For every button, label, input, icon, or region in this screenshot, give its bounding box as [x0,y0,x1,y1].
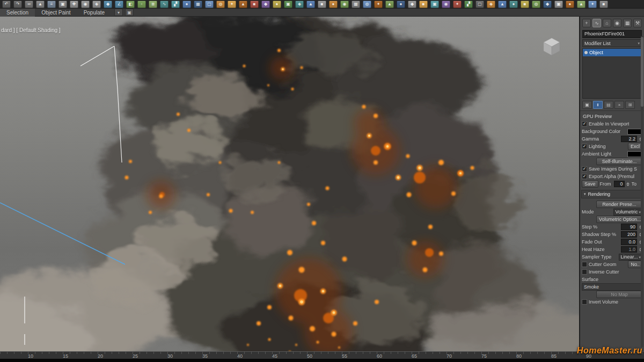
ribbon-icon[interactable]: ✦ [228,1,236,8]
timeline-ruler[interactable]: 1015202530354045505560657075808590 [0,351,644,359]
select-and-move-icon[interactable]: ✚ [70,1,78,8]
checkbox[interactable] [582,269,587,275]
ribbon-icon[interactable]: ● [509,1,518,8]
utilities-tab-icon[interactable]: ⚒ [633,19,642,27]
param-button[interactable]: Volumetric Option... [596,216,642,223]
ribbon-icon[interactable]: ✦ [453,1,462,8]
value-field[interactable]: 0 [614,181,625,187]
ribbon-tab-populate[interactable]: Populate [77,9,111,17]
value-field[interactable]: 200 [621,231,637,238]
ribbon-icon[interactable]: ● [329,1,338,8]
ribbon-icon[interactable]: ▦ [352,1,360,8]
snap-toggle-icon[interactable]: ◆ [104,1,112,8]
ribbon-tab-selection[interactable]: Selection [0,9,35,17]
ribbon-icon[interactable]: ◆ [543,1,552,8]
ribbon-icon[interactable]: ✦ [374,1,383,8]
ribbon-icon[interactable]: ▞ [464,1,473,8]
modifier-list-dropdown[interactable]: Modifier List ▾ [582,39,642,47]
align-icon[interactable]: ▫ [137,1,146,8]
ribbon-icon[interactable]: ▲ [577,1,586,8]
hierarchy-tab-icon[interactable]: ⌂ [603,19,611,27]
show-end-result-button[interactable]: ‖ [593,101,603,109]
ribbon-icon[interactable]: ■ [419,1,428,8]
rendered-frame-icon[interactable]: ▢ [205,1,214,8]
curve-editor-icon[interactable]: ∿ [160,1,169,8]
ribbon-panel-icon[interactable]: ▣ [125,9,134,16]
checkbox[interactable] [582,299,587,305]
select-by-name-icon[interactable]: ≡ [47,1,56,8]
color-swatch[interactable] [627,151,642,157]
ribbon-icon[interactable]: ▣ [284,1,292,8]
param-button[interactable]: Excl [628,143,642,150]
ribbon-icon[interactable]: ▲ [306,1,315,8]
schematic-view-icon[interactable]: ▞ [171,1,180,8]
panel-scrollbar-thumb[interactable] [641,37,643,107]
undo-icon[interactable]: ↶ [2,1,11,8]
select-and-rotate-icon[interactable]: ◉ [81,1,90,8]
checkbox[interactable] [582,262,587,267]
ribbon-icon[interactable]: ◆ [408,1,416,8]
create-tab-icon[interactable]: + [582,19,591,27]
spinner[interactable] [626,181,630,187]
checkbox[interactable]: ✓ [582,121,587,127]
pin-stack-button[interactable]: ▣ [582,101,592,109]
ribbon-icon[interactable]: ◉ [442,1,450,8]
ribbon-icon[interactable]: ▢ [475,1,484,8]
angle-snap-icon[interactable]: ∠ [115,1,123,8]
modifier-stack[interactable]: Object [582,48,642,99]
display-tab-icon[interactable]: ▦ [623,19,632,27]
value-field[interactable]: 2.2 [621,136,637,142]
ribbon-icon[interactable]: ✦ [588,1,597,8]
select-link-icon[interactable]: ∞ [25,1,33,8]
ribbon-icon[interactable]: ▣ [430,1,439,8]
stack-item-object[interactable]: Object [583,49,641,56]
make-unique-button[interactable]: ▤ [604,101,613,109]
ribbon-icon[interactable]: ◉ [340,1,349,8]
ribbon-icon[interactable]: ◈ [487,1,495,8]
configure-modifier-sets-button[interactable]: ⊞ [625,101,635,109]
layer-manager-icon[interactable]: ≣ [149,1,157,8]
ribbon-icon[interactable]: ● [273,1,281,8]
checkbox[interactable]: ✓ [582,174,587,179]
paint-dropdown-icon[interactable]: ▾ [114,9,123,16]
select-object-icon[interactable]: ▲ [36,1,45,8]
ribbon-icon[interactable]: ▲ [239,1,247,8]
checkbox[interactable]: ✓ [582,144,587,149]
ribbon-icon[interactable]: ● [397,1,405,8]
param-button[interactable]: Self-Illuminate... [596,158,642,165]
ribbon-icon[interactable]: ■ [318,1,326,8]
save-button[interactable]: Save [582,180,598,188]
material-editor-icon[interactable]: ● [182,1,191,8]
ribbon-icon[interactable]: ■ [250,1,259,8]
ribbon-icon[interactable]: ● [566,1,574,8]
redo-icon[interactable]: ↷ [13,1,22,8]
mirror-icon[interactable]: ◧ [126,1,135,8]
object-name-field[interactable]: PhoenixFDFire001 [582,30,642,38]
viewport-shading-label[interactable]: dard ] [ Default Shading ] [1,27,61,33]
panel-scrollbar[interactable] [641,36,643,347]
ribbon-icon[interactable]: ■ [521,1,529,8]
motion-tab-icon[interactable]: ◉ [613,19,621,27]
value-field[interactable]: 90 [621,224,637,230]
dropdown[interactable]: Linear...▾ [619,254,642,261]
ribbon-icon[interactable]: ◍ [532,1,540,8]
value-field[interactable]: 1.0 [621,246,637,253]
remove-modifier-button[interactable]: × [614,101,624,109]
ribbon-icon[interactable]: ▲ [385,1,394,8]
checkbox[interactable]: ✓ [582,166,587,172]
ribbon-icon[interactable]: ◈ [295,1,304,8]
color-swatch[interactable] [627,129,642,135]
ribbon-icon[interactable]: ▲ [498,1,507,8]
modify-tab-icon[interactable]: ∿ [592,19,601,27]
ribbon-icon[interactable]: ▣ [554,1,563,8]
viewcube[interactable] [539,35,564,57]
viewport[interactable]: dard ] [ Default Shading ] [0,17,579,351]
param-button[interactable]: No Map [596,291,642,298]
param-button[interactable]: Render Prese... [596,201,642,208]
value-field[interactable]: 0.0 [621,239,637,245]
ribbon-icon[interactable]: ■ [599,1,608,8]
render-setup-icon[interactable]: ▦ [194,1,202,8]
ribbon-tab-object-paint[interactable]: Object Paint [35,9,77,17]
rendering-rollout-header[interactable]: ▾ Rendering [581,190,643,198]
dropdown[interactable]: Volumetric▾ [613,209,642,216]
